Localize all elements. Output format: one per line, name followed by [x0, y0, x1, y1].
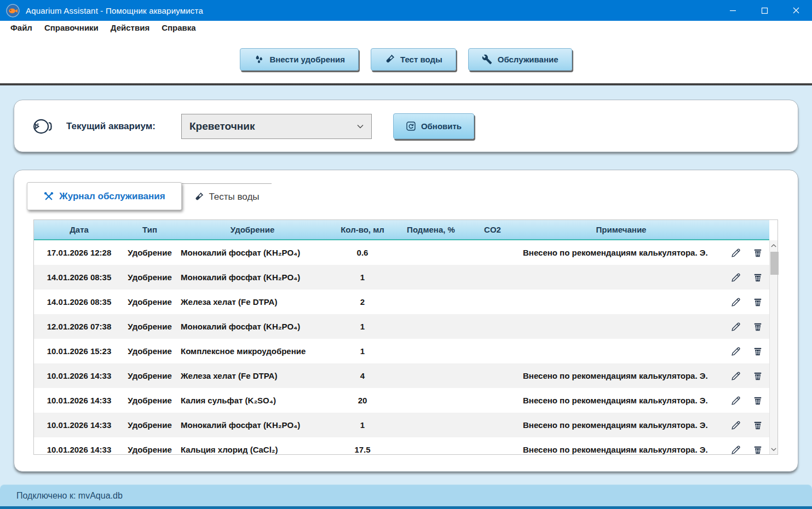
table-row[interactable]: 14.01.2026 08:35 Удобрение Монокалий фос… [34, 265, 769, 290]
chevron-down-icon [771, 448, 776, 451]
edit-row-button[interactable] [730, 296, 742, 308]
table-row[interactable]: 17.01.2026 12:28 Удобрение Монокалий фос… [34, 240, 769, 265]
delete-row-button[interactable] [752, 345, 764, 357]
cell-amount: 4 [330, 371, 395, 380]
scroll-up-button[interactable] [770, 240, 778, 251]
pencil-icon [730, 420, 741, 431]
edit-row-button[interactable] [730, 321, 742, 333]
close-icon [792, 7, 800, 14]
cell-fertilizer: Монокалий фосфат (KH₂PO₄) [175, 322, 330, 331]
menu-file[interactable]: Файл [5, 22, 37, 33]
title-bar: Aquarium Assistant - Помощник аквариумис… [0, 0, 812, 21]
close-button[interactable] [780, 0, 812, 21]
delete-row-button[interactable] [752, 370, 764, 382]
cell-fertilizer: Монокалий фосфат (KH₂PO₄) [175, 273, 330, 282]
delete-row-button[interactable] [752, 444, 764, 455]
edit-row-button[interactable] [730, 419, 742, 431]
minimize-icon [729, 7, 736, 14]
edit-row-button[interactable] [730, 345, 742, 357]
col-date: Дата [34, 225, 124, 234]
trash-icon [752, 272, 763, 283]
delete-row-button[interactable] [752, 419, 764, 431]
menu-bar: Файл Справочники Действия Справка [0, 21, 812, 34]
delete-row-button[interactable] [752, 271, 764, 284]
cell-type: Удобрение [124, 396, 175, 405]
scroll-down-button[interactable] [770, 444, 778, 454]
menu-references[interactable]: Справочники [39, 22, 103, 33]
refresh-button[interactable]: Обновить [393, 113, 474, 139]
cell-type: Удобрение [124, 297, 175, 306]
test-tube-icon [384, 54, 395, 65]
col-water-change: Подмена, % [395, 225, 467, 234]
water-test-button[interactable]: Тест воды [371, 48, 456, 71]
tab-water-tests[interactable]: Тесты воды [182, 183, 272, 210]
table-row[interactable]: 14.01.2026 08:35 Удобрение Железа хелат … [34, 290, 769, 314]
table-row[interactable]: 10.01.2026 15:23 Удобрение Комплексное м… [34, 339, 769, 363]
trash-icon [752, 395, 763, 406]
edit-row-button[interactable] [730, 395, 742, 407]
scrollbar-track[interactable] [769, 240, 778, 454]
edit-row-button[interactable] [730, 370, 742, 382]
delete-row-button[interactable] [752, 395, 764, 407]
col-type: Тип [124, 225, 175, 234]
cell-fertilizer: Железа хелат (Fe DTPA) [175, 371, 330, 380]
cell-type: Удобрение [124, 248, 175, 257]
delete-row-button[interactable] [752, 321, 764, 333]
cell-type: Удобрение [124, 371, 175, 380]
delete-row-button[interactable] [752, 296, 764, 308]
cell-date: 10.01.2026 14:33 [34, 420, 124, 430]
cell-note: Внесено по рекомендациям калькулятора. Э… [519, 445, 724, 454]
table-row[interactable]: 10.01.2026 14:33 Удобрение Кальция хлори… [34, 437, 769, 454]
delete-row-button[interactable] [752, 247, 764, 259]
table-row[interactable]: 10.01.2026 14:33 Удобрение Железа хелат … [34, 363, 769, 388]
cell-actions [724, 345, 769, 357]
trash-icon [752, 420, 763, 431]
aquarium-select[interactable]: Креветочник [181, 114, 372, 139]
pencil-icon [730, 346, 741, 357]
cell-note: Внесено по рекомендациям калькулятора. Э… [519, 248, 724, 257]
vertical-scrollbar[interactable] [769, 220, 778, 454]
col-note: Примечание [519, 225, 724, 234]
cell-date: 10.01.2026 15:23 [34, 346, 124, 356]
aquarium-select-value: Креветочник [189, 120, 255, 132]
cell-amount: 0.6 [330, 248, 395, 257]
table-row[interactable]: 10.01.2026 14:33 Удобрение Калия сульфат… [34, 388, 769, 413]
edit-row-button[interactable] [730, 444, 742, 455]
trash-icon [752, 371, 763, 381]
status-bar: Подключено к: mvAqua.db [0, 484, 812, 506]
menu-actions[interactable]: Действия [106, 22, 154, 33]
cell-note: Внесено по рекомендациям калькулятора. Э… [519, 420, 724, 430]
menu-help[interactable]: Справка [157, 22, 200, 33]
pencil-icon [730, 272, 741, 283]
maximize-icon [761, 7, 768, 14]
maximize-button[interactable] [748, 0, 780, 21]
cell-actions [724, 247, 769, 259]
test-tube-icon [194, 192, 204, 202]
tab-water-tests-label: Тесты воды [209, 192, 259, 203]
cell-date: 12.01.2026 07:38 [34, 322, 124, 331]
cell-date: 10.01.2026 14:33 [34, 371, 124, 380]
tab-maintenance-journal[interactable]: Журнал обслуживания [27, 182, 182, 210]
edit-row-button[interactable] [730, 271, 742, 284]
table-row[interactable]: 12.01.2026 07:38 Удобрение Монокалий фос… [34, 314, 769, 339]
add-fertilizer-button[interactable]: Внести удобрения [240, 48, 359, 71]
maintenance-label: Обслуживание [498, 55, 558, 64]
minimize-button[interactable] [717, 0, 748, 21]
trash-icon [752, 444, 763, 455]
edit-row-button[interactable] [730, 247, 742, 259]
add-fertilizer-label: Внести удобрения [269, 55, 345, 64]
cell-amount: 1 [330, 322, 395, 331]
col-co2: CO2 [467, 225, 519, 234]
current-aquarium-label: Текущий аквариум: [66, 100, 156, 153]
cell-note: Внесено по рекомендациям калькулятора. Э… [519, 396, 724, 405]
table-row[interactable]: 10.01.2026 14:33 Удобрение Монокалий фос… [34, 413, 769, 437]
chevron-up-icon [771, 244, 776, 247]
toolbar: Внести удобрения Тест воды Обслуживание [0, 34, 812, 83]
scrollbar-thumb[interactable] [770, 252, 779, 275]
maintenance-table: Дата Тип Удобрение Кол-во, мл Подмена, %… [33, 219, 778, 455]
cell-fertilizer: Железа хелат (Fe DTPA) [175, 297, 330, 306]
pencil-icon [730, 371, 741, 381]
refresh-label: Обновить [421, 122, 462, 131]
maintenance-button[interactable]: Обслуживание [468, 48, 572, 71]
app-logo-fish-icon [6, 4, 20, 18]
